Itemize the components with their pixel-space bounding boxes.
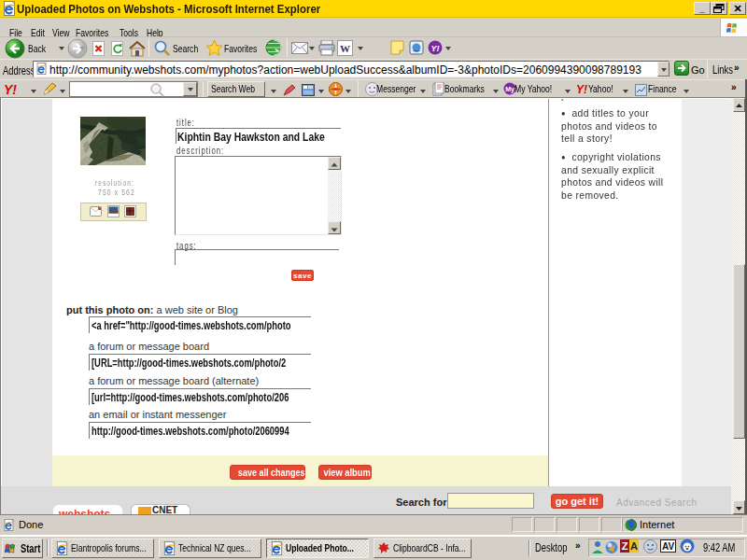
svg-text:Y!: Y! [431, 44, 440, 53]
svg-text:My: My [505, 86, 514, 93]
svg-text:W: W [340, 43, 350, 54]
